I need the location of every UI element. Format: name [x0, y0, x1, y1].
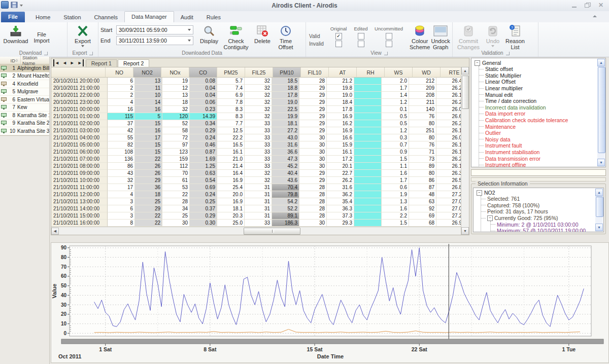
grid-cell[interactable]: 25.4 — [217, 184, 245, 191]
row-header-datetime[interactable]: 21/10/2011 05:00:00 — [51, 141, 108, 149]
station-row[interactable]: 9Karatha Site 2 — [0, 120, 49, 128]
grid-cell[interactable]: 16.1 — [217, 149, 245, 156]
grid-cell[interactable]: 15.9 — [327, 141, 354, 149]
tree-item[interactable]: Selected: 761 — [481, 196, 594, 202]
grid-cell[interactable]: 22.2 — [217, 134, 245, 141]
grid-cell[interactable]: 26.2 — [436, 120, 464, 127]
grid-cell[interactable]: 30 — [162, 220, 190, 227]
grid-cell[interactable]: 43 — [108, 170, 135, 177]
grid-cell[interactable]: 30 — [299, 163, 327, 170]
grid-cell[interactable]: 0.87 — [190, 149, 217, 156]
grid-cell[interactable]: 4 — [108, 99, 135, 106]
collapse-expander-icon[interactable]: − — [477, 190, 482, 196]
grid-cell[interactable]: 31.6 — [327, 184, 354, 191]
grid-cell[interactable] — [354, 212, 382, 220]
grid-cell[interactable]: 26.0 — [436, 106, 464, 113]
grid-cell[interactable]: 33 — [245, 220, 272, 227]
stations-header[interactable]: ID ◊ Station Name — [0, 57, 49, 64]
validation-dialog-launcher-icon[interactable] — [506, 52, 510, 55]
grid-cell[interactable]: 31 — [245, 212, 272, 220]
grid-cell[interactable]: 29 — [299, 99, 327, 106]
grid-cell[interactable]: 120 — [162, 113, 190, 120]
grid-cell[interactable]: 1.25 — [190, 163, 217, 170]
row-header-datetime[interactable]: 21/10/2011 02:00:00 — [51, 120, 108, 127]
grid-cell[interactable]: 32 — [245, 99, 272, 106]
grid-cell[interactable] — [354, 85, 382, 92]
export-dropdown-icon[interactable] — [81, 45, 84, 47]
grid-cell[interactable]: 80 — [409, 134, 436, 141]
column-header-no[interactable]: NO — [106, 67, 133, 78]
grid-cell[interactable]: 52.2 — [272, 205, 299, 212]
scroll-up-icon[interactable]: ▲ — [597, 59, 605, 66]
grid-cell[interactable]: 52 — [162, 120, 190, 127]
row-header-datetime[interactable]: 21/10/2011 00:00:00 — [51, 106, 108, 113]
tree-item[interactable]: Calibration check outside tolerance — [479, 117, 596, 124]
valid-uncommitted-checkbox[interactable] — [386, 33, 392, 40]
tree-item[interactable]: Linear multiplier — [479, 85, 596, 92]
colour-scheme-button[interactable]: Colour Scheme — [410, 23, 430, 50]
scrollbar-thumb[interactable] — [596, 197, 603, 217]
reason-list-button[interactable]: ? Reason List — [503, 23, 527, 50]
grid-cell[interactable]: 0.24 — [190, 191, 217, 198]
scroll-down-icon[interactable]: ▼ — [597, 159, 605, 166]
grid-cell[interactable]: 29 — [135, 177, 162, 184]
grid-cell[interactable]: 35.4 — [327, 198, 354, 205]
grid-cell[interactable]: 33 — [245, 120, 272, 127]
grid-cell[interactable]: 29 — [299, 120, 327, 127]
column-header-fil10[interactable]: FIL10 — [301, 67, 329, 78]
grid-cell[interactable]: 0.5 — [382, 120, 409, 127]
grid-cell[interactable]: 36 — [135, 184, 162, 191]
grid-cell[interactable]: 0.34 — [190, 120, 217, 127]
grid-cell[interactable]: 97 — [162, 141, 190, 149]
grid-cell[interactable]: 26.2 — [327, 177, 354, 184]
grid-cell[interactable]: 0.08 — [190, 78, 217, 85]
tree-item[interactable]: Manual edit — [479, 91, 596, 98]
grid-cell[interactable]: 16.1 — [327, 149, 354, 156]
grid-cell[interactable]: 19.8 — [327, 85, 354, 92]
grid-cell[interactable]: 16.5 — [217, 141, 245, 149]
ribbon-tab-station[interactable]: Station — [57, 12, 87, 22]
row-header-datetime[interactable]: 21/10/2011 03:00:00 — [51, 127, 108, 134]
grid-cell[interactable]: 32 — [245, 78, 272, 85]
row-header-datetime[interactable]: 21/10/2011 15:00:00 — [51, 212, 108, 220]
grid-cell[interactable]: 10 — [135, 92, 162, 99]
grid-cell[interactable]: 33 — [245, 156, 272, 163]
grid-cell[interactable]: 11 — [135, 85, 162, 92]
tree-root[interactable]: − General — [475, 60, 596, 66]
prev-page-icon[interactable]: ◄ — [62, 59, 67, 66]
grid-cell[interactable]: 80 — [409, 170, 436, 177]
tree-item[interactable]: Minimum: 2 @ 1/10/2011 03:00:00 — [491, 221, 594, 228]
grid-cell[interactable]: 16.9 — [217, 177, 245, 184]
grid-cell[interactable]: 26.1 — [436, 92, 464, 99]
undo-button[interactable]: Undo — [483, 23, 502, 47]
grid-cell[interactable]: 27.0 — [436, 205, 464, 212]
grid-cell[interactable]: 1.2 — [382, 99, 409, 106]
grid-cell[interactable]: 18.1 — [272, 120, 299, 127]
grid-cell[interactable]: 32 — [245, 92, 272, 99]
tab-report-1[interactable]: Report 1 — [86, 59, 117, 67]
grid-cell[interactable]: 5.7 — [217, 78, 245, 85]
grid-cell[interactable]: 36.6 — [272, 149, 299, 156]
download-button[interactable]: Download — [2, 23, 29, 44]
grid-cell[interactable]: 80 — [409, 120, 436, 127]
column-header-ws[interactable]: WS — [385, 67, 413, 78]
station-row[interactable]: 8Karratha Site 1 — [0, 112, 49, 120]
grid-cell[interactable]: 31 — [245, 198, 272, 205]
station-row[interactable]: 7Kew — [0, 104, 49, 112]
grid-horizontal-scrollbar[interactable]: ◀ ▶ — [51, 227, 469, 235]
grid-cell[interactable]: 40.4 — [272, 170, 299, 177]
grid-cell[interactable]: 28 — [299, 184, 327, 191]
grid-cell[interactable]: 29 — [299, 106, 327, 113]
grid-cell[interactable]: 16.2 — [327, 120, 354, 127]
column-header-pm10[interactable]: PM10 — [273, 67, 301, 78]
row-header-datetime[interactable]: 21/10/2011 14:00:00 — [51, 205, 108, 212]
column-header-nox[interactable]: NOx — [161, 67, 189, 78]
grid-cell[interactable]: 4 — [108, 191, 135, 198]
row-header-datetime[interactable]: 21/10/2011 08:00:00 — [51, 163, 108, 170]
scrollbar-thumb[interactable] — [462, 76, 469, 109]
grid-cell[interactable]: 26.8 — [436, 184, 464, 191]
grid-cell[interactable]: 0.6 — [382, 184, 409, 191]
view-dialog-launcher-icon[interactable] — [384, 52, 388, 55]
grid-cell[interactable]: 1.4 — [382, 92, 409, 99]
ribbon-tab-home[interactable]: Home — [29, 12, 57, 22]
